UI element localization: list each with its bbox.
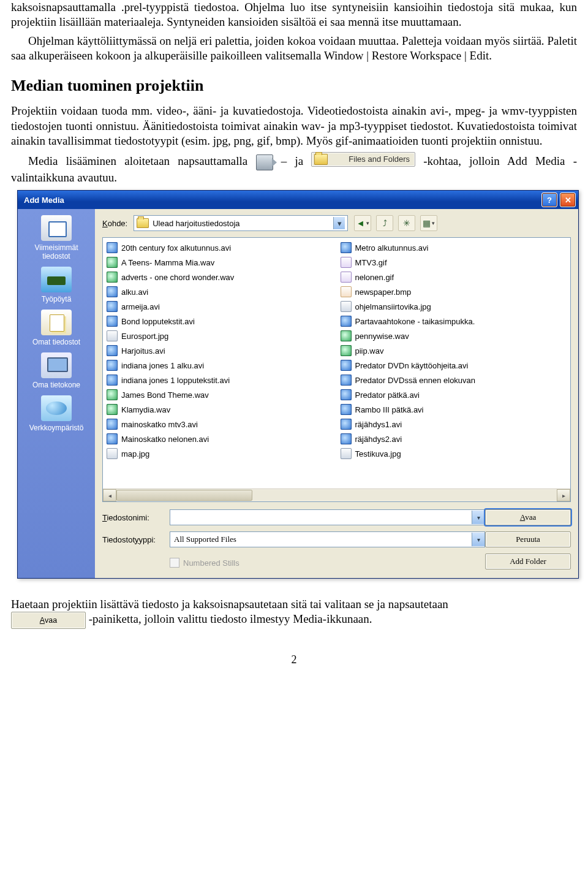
file-item[interactable]: pennywise.wav — [341, 329, 567, 343]
file-item[interactable]: adverts - one chord wonder.wav — [107, 270, 333, 284]
file-name-label: Predator DVDssä ennen elokuvan — [355, 376, 476, 385]
file-item[interactable]: map.jpg — [107, 446, 333, 461]
para-media-types: Projektiin voidaan tuoda mm. video-, ään… — [11, 104, 577, 148]
file-type-icon — [341, 389, 352, 400]
back-button[interactable]: ◄▾ — [354, 215, 371, 231]
file-item[interactable]: räjähdys2.avi — [341, 432, 567, 446]
file-type-icon — [107, 360, 118, 371]
file-item[interactable]: A Teens- Mamma Mia.wav — [107, 255, 333, 270]
file-item[interactable]: Eurosport.jpg — [107, 329, 333, 343]
file-name-label: Partavaahtokone - taikasimpukka. — [355, 317, 475, 326]
view-menu-button[interactable]: ▦▾ — [420, 215, 437, 231]
file-item[interactable]: Mainoskatko nelonen.avi — [107, 432, 333, 446]
file-name-label: pennywise.wav — [355, 332, 409, 341]
para-outro: Haetaan projektiin lisättävä tiedosto ja… — [11, 597, 577, 629]
file-name-label: piip.wav — [355, 346, 384, 356]
file-name-label: A Teens- Mamma Mia.wav — [121, 258, 214, 267]
file-name-label: Predator DVDn käyttöohjeita.avi — [355, 361, 469, 370]
file-item[interactable]: armeija.avi — [107, 299, 333, 314]
file-name-label: Mainoskatko nelonen.avi — [121, 435, 209, 444]
file-item[interactable]: MTV3.gif — [341, 255, 567, 270]
place-label: Työpöytä — [42, 295, 72, 303]
file-name-label: map.jpg — [121, 449, 149, 459]
place-recent[interactable]: Viimeisimmät tiedostot — [20, 215, 92, 261]
file-type-icon — [341, 272, 352, 283]
file-type-icon — [107, 330, 118, 341]
place-network[interactable]: Verkkoympäristö — [29, 395, 84, 432]
file-item[interactable]: piip.wav — [341, 343, 567, 358]
file-item[interactable]: 20th century fox alkutunnus.avi — [107, 240, 333, 255]
place-computer[interactable]: Oma tietokone — [32, 352, 80, 389]
file-name-label: nelonen.gif — [355, 273, 394, 282]
file-item[interactable]: Partavaahtokone - taikasimpukka. — [341, 314, 567, 329]
scroll-track[interactable] — [116, 490, 557, 501]
filename-input[interactable] — [170, 512, 472, 522]
filename-combobox[interactable]: ▾ — [170, 509, 485, 525]
filetype-combobox[interactable]: ▾ — [170, 531, 485, 547]
close-button[interactable]: ✕ — [560, 192, 576, 207]
file-type-icon — [107, 301, 118, 312]
file-name-label: newspaper.bmp — [355, 287, 412, 297]
avaa-inline-button[interactable]: Avaa — [11, 612, 86, 629]
place-label: Oma tietokone — [32, 381, 80, 389]
file-item[interactable]: Rambo III pätkä.avi — [341, 402, 567, 417]
file-type-icon — [107, 375, 118, 386]
place-desktop[interactable]: Työpöytä — [41, 267, 72, 303]
file-item[interactable]: Bond lopputekstit.avi — [107, 314, 333, 329]
file-item[interactable]: Predator pätkä.avi — [341, 387, 567, 402]
add-folder-button[interactable]: Add Folder — [485, 554, 571, 569]
file-type-icon — [341, 433, 352, 444]
scroll-left-button[interactable]: ◂ — [103, 489, 116, 501]
filetype-value[interactable] — [170, 535, 472, 544]
file-item[interactable]: Harjoitus.avi — [107, 343, 333, 358]
horizontal-scrollbar[interactable]: ◂ ▸ — [103, 489, 570, 501]
text-fragment: Media lisääminen aloitetaan napsauttamal… — [28, 154, 256, 167]
file-item[interactable]: newspaper.bmp — [341, 284, 567, 299]
file-item[interactable]: alku.avi — [107, 284, 333, 299]
kohde-dropdown[interactable]: Ulead harjoitustiedostoja ▾ — [134, 215, 348, 231]
file-name-label: Klamydia.wav — [121, 405, 170, 414]
place-label: Omat tiedostot — [32, 338, 80, 346]
file-name-label: alku.avi — [121, 287, 148, 297]
file-name-label: Harjoitus.avi — [121, 346, 165, 356]
help-button[interactable]: ? — [541, 192, 557, 207]
file-item[interactable]: Metro alkutunnus.avi — [341, 240, 567, 255]
chevron-down-icon[interactable]: ▾ — [472, 511, 484, 524]
text-fragment: Haetaan projektiin lisättävä tiedosto ja… — [11, 598, 448, 611]
file-list-pane[interactable]: 20th century fox alkutunnus.aviA Teens- … — [102, 237, 571, 502]
file-name-label: Rambo III pätkä.avi — [355, 405, 424, 414]
file-item[interactable]: nelonen.gif — [341, 270, 567, 284]
file-item[interactable]: Predator DVDn käyttöohjeita.avi — [341, 358, 567, 373]
add-media-dialog: Add Media ? ✕ Viimeisimmät tiedostot Työ… — [17, 190, 579, 579]
files-and-folders-button[interactable]: Files and Folders — [311, 152, 415, 167]
file-item[interactable]: räjähdys1.avi — [341, 417, 567, 432]
file-item[interactable]: Predator DVDssä ennen elokuvan — [341, 373, 567, 387]
scroll-thumb[interactable] — [116, 490, 252, 501]
dialog-titlebar[interactable]: Add Media ? ✕ — [18, 191, 578, 209]
file-item[interactable]: Testikuva.jpg — [341, 446, 567, 461]
places-bar: Viimeisimmät tiedostot Työpöytä Omat tie… — [18, 209, 95, 578]
text-fragment: -painiketta, jolloin valittu tiedosto il… — [89, 613, 372, 626]
file-type-icon — [107, 419, 118, 430]
open-button[interactable]: Avaa — [485, 509, 571, 525]
file-name-label: räjähdys2.avi — [355, 435, 402, 444]
file-item[interactable]: indiana jones 1 lopputekstit.avi — [107, 373, 333, 387]
file-item[interactable]: indiana jones 1 alku.avi — [107, 358, 333, 373]
new-folder-button[interactable]: ✳ — [398, 215, 415, 231]
page-number: 2 — [11, 653, 577, 666]
file-type-icon — [341, 286, 352, 297]
file-item[interactable]: Klamydia.wav — [107, 402, 333, 417]
recent-icon — [41, 215, 72, 241]
camera-icon — [256, 154, 273, 170]
file-item[interactable]: mainoskatko mtv3.avi — [107, 417, 333, 432]
place-documents[interactable]: Omat tiedostot — [32, 310, 80, 346]
file-item[interactable]: ohjelmansiirtovika.jpg — [341, 299, 567, 314]
chevron-down-icon[interactable]: ▾ — [472, 533, 484, 546]
file-type-icon — [107, 286, 118, 297]
heading-media-import: Median tuominen projektiin — [11, 77, 577, 95]
cancel-button[interactable]: Peruuta — [485, 531, 571, 547]
file-item[interactable]: James Bond Theme.wav — [107, 387, 333, 402]
file-type-icon — [107, 389, 118, 400]
scroll-right-button[interactable]: ▸ — [557, 489, 570, 501]
up-one-level-button[interactable]: ⤴ — [376, 215, 393, 231]
